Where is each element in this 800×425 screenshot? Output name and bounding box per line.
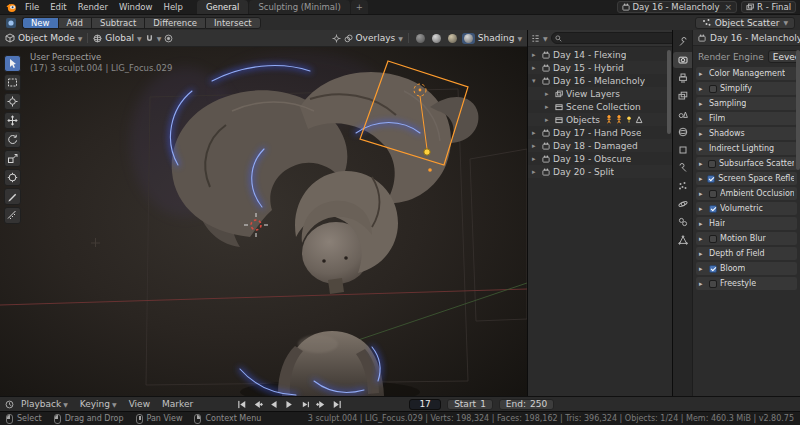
section-bloom[interactable]: ▸Bloom [696,262,797,275]
checkbox[interactable] [709,85,717,93]
tab-physics-icon[interactable] [673,196,692,212]
unlink-scene-icon[interactable]: × [722,2,732,12]
add-workspace-button[interactable]: + [351,0,368,14]
jump-to-end-button[interactable] [330,399,345,410]
disclosure-arrow-icon[interactable] [545,116,552,124]
checkbox[interactable] [709,265,717,273]
tool-measure-button[interactable] [4,207,21,224]
next-frame-button[interactable] [298,399,313,410]
disclosure-arrow-icon[interactable] [532,51,539,59]
prev-keyframe-button[interactable] [250,399,265,410]
timeline-menu-keying[interactable]: Keying▼ [75,399,122,409]
section-indirect-lighting[interactable]: ▸Indirect Lighting [696,142,797,155]
checkbox[interactable] [709,280,717,288]
jump-to-start-button[interactable] [234,399,249,410]
checkbox[interactable] [709,205,717,213]
frame-start-field[interactable]: Start1 [447,399,493,410]
disclosure-arrow-icon[interactable] [532,77,539,85]
menu-file[interactable]: File [20,0,44,14]
shading-material-button[interactable] [446,33,459,44]
outliner-row-view-layers[interactable]: View Layers [528,87,672,100]
section-freestyle[interactable]: ▸Freestyle [696,277,797,290]
tab-render-icon[interactable] [673,52,692,68]
section-film[interactable]: ▸Film [696,112,797,125]
checkbox[interactable] [709,190,717,198]
disclosure-arrow-icon[interactable] [532,64,539,72]
next-keyframe-button[interactable] [314,399,329,410]
section-depth-of-field[interactable]: ▸Depth of Field [696,247,797,260]
section-volumetric[interactable]: ▸Volumetric [696,202,797,215]
tab-tool-icon[interactable] [673,34,692,50]
outliner-search-input[interactable] [564,33,684,43]
outliner-row-scene[interactable]: Day 17 - Hand Pose [528,126,672,139]
op-difference-button[interactable]: Difference [144,17,205,29]
shading-rendered-button[interactable] [462,33,475,44]
tool-rotate-button[interactable] [4,131,21,148]
editor-type-outliner-icon[interactable] [531,34,540,43]
properties-scrollbar[interactable] [796,50,800,170]
tool-move-button[interactable] [4,112,21,129]
op-subtract-button[interactable]: Subtract [91,17,144,29]
tool-transform-button[interactable] [4,169,21,186]
outliner-row-scene[interactable]: Day 16 - Melancholy [528,74,672,87]
section-subsurface-scattering[interactable]: ▸Subsurface Scattering [696,157,797,170]
tab-modifiers-icon[interactable] [673,160,692,176]
play-reverse-button[interactable] [266,399,281,410]
display-mode-dropdown[interactable]: ▼ [543,35,548,42]
outliner-scrollbar[interactable] [667,50,671,134]
play-button[interactable] [282,399,297,410]
outliner-row-scene[interactable]: Day 14 - Flexing [528,48,672,61]
section-ambient-occlusion[interactable]: ▸Ambient Occlusion [696,187,797,200]
op-intersect-button[interactable]: Intersect [205,17,261,29]
view-layer-selector[interactable]: R - Final [741,1,796,13]
section-screen-space-reflections[interactable]: ▸Screen Space Reflections [696,172,797,185]
tab-general[interactable]: General [197,0,249,14]
blender-logo-icon[interactable] [6,2,17,13]
outliner-row-scene[interactable]: Day 20 - Split [528,165,672,178]
timeline-menu-marker[interactable]: Marker [157,399,198,409]
disclosure-arrow-icon[interactable] [545,90,552,98]
tab-object-data-icon[interactable] [673,232,692,248]
disclosure-arrow-icon[interactable] [532,168,539,176]
section-shadows[interactable]: ▸Shadows [696,127,797,140]
overlays-dropdown[interactable]: Overlays▼ [344,33,403,43]
section-sampling[interactable]: ▸Sampling [696,97,797,110]
tool-select-button[interactable] [4,55,21,72]
tab-sculpting-minimal[interactable]: Sculpting (Minimal) [249,0,349,14]
section-hair[interactable]: ▸Hair [696,217,797,230]
transform-orientation-dropdown[interactable]: Global▼ [93,33,141,43]
section-motion-blur[interactable]: ▸Motion Blur [696,232,797,245]
tool-scale-button[interactable] [4,150,21,167]
tab-constraints-icon[interactable] [673,214,692,230]
op-new-button[interactable]: New [22,17,58,29]
mode-dropdown[interactable]: Object Mode▼ [18,33,82,43]
tool-select-box-button[interactable] [4,74,21,91]
proportional-edit-icon[interactable] [164,34,173,43]
snap-options-dropdown[interactable]: ▼ [157,35,162,42]
tab-view-layer-icon[interactable] [673,88,692,104]
section-simplify[interactable]: ▸Simplify [696,82,797,95]
shading-wireframe-button[interactable] [414,33,427,44]
menu-help[interactable]: Help [158,0,187,14]
tool-cursor-button[interactable] [4,93,21,110]
editor-type-timeline-icon[interactable] [5,400,14,409]
disclosure-arrow-icon[interactable] [532,129,539,137]
menu-window[interactable]: Window [114,0,158,14]
shading-solid-button[interactable] [430,33,443,44]
outliner-row-collection[interactable]: Scene Collection [528,100,672,113]
menu-render[interactable]: Render [73,0,113,14]
outliner-row-scene[interactable]: Day 18 - Damaged [528,139,672,152]
tab-scene-icon[interactable] [673,106,692,122]
disclosure-arrow-icon[interactable] [532,155,539,163]
snap-magnet-icon[interactable] [145,34,154,43]
disclosure-arrow-icon[interactable] [532,142,539,150]
checkbox[interactable] [709,235,717,243]
outliner-row-scene[interactable]: Day 19 - Obscure [528,152,672,165]
tab-particles-icon[interactable] [673,178,692,194]
active-tool-selector[interactable]: Object Scatter ▼ [695,17,795,29]
section-color-management[interactable]: ▸Color Management [696,67,797,80]
outliner-row-objects[interactable]: Objects [528,113,672,126]
timeline-menu-playback[interactable]: Playback▼ [16,399,73,409]
viewport-canvas[interactable]: User Perspective (17) 3 sculpt.004 | LIG… [0,47,527,396]
menu-edit[interactable]: Edit [45,0,71,14]
